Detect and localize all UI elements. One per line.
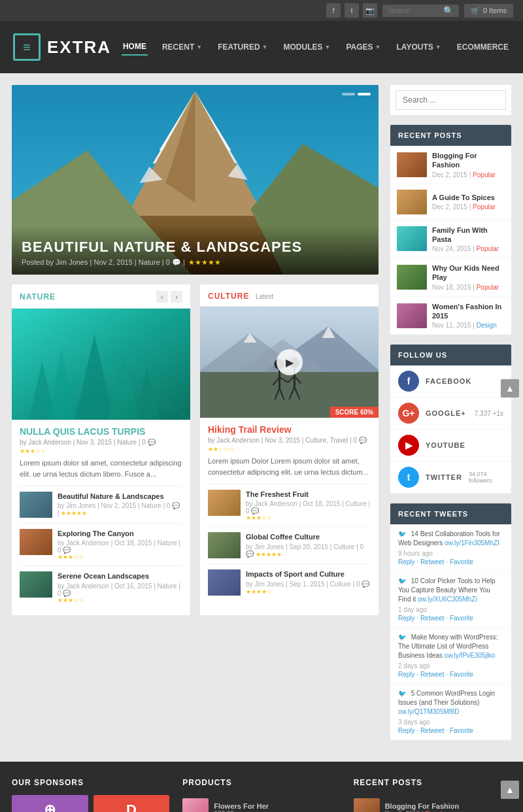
nature-prev-arrow[interactable]: ‹ [156, 291, 168, 303]
follow-twitter[interactable]: t TWITTER 34,074 followers [390, 462, 511, 494]
footer-columns: Our Sponsors ⊕ EMAIL OPT-INFOR WORDPRESS… [12, 778, 511, 812]
tweet-link-4[interactable]: ow.ly/Q1TM305Mf8D [398, 708, 459, 715]
nav-pages[interactable]: PAGES ▼ [345, 39, 382, 55]
sponsor-page-builder[interactable]: D WORDPRESSPAGE BUILDER [93, 795, 170, 812]
sponsor-email-optin[interactable]: ⊕ EMAIL OPT-INFOR WORDPRESS [12, 795, 88, 812]
twitter-icon[interactable]: t [345, 3, 359, 18]
logo[interactable]: ≡ EXTRA [13, 33, 111, 61]
nature-mini-title-2[interactable]: Exploring The Canyon [58, 529, 182, 538]
culture-mini-3: Impacts of Sport and Culture by Jim Jone… [208, 564, 371, 601]
follow-google[interactable]: G+ GOOGLE+ 7,337 +1s [390, 398, 511, 430]
nav-modules[interactable]: MODULES ▼ [282, 39, 332, 55]
footer-recent-1: Blogging For Fashion Dec 2, 2015 | Popul… [354, 795, 511, 812]
tweet-4: 🐦 5 Common WordPress Login Issues (and T… [390, 684, 511, 740]
facebook-label: FACEBOOK [426, 377, 471, 385]
scroll-top-bottom[interactable]: ▲ [501, 781, 519, 799]
sidebar: Recent Posts Blogging For Fashion Dec 2,… [390, 85, 511, 750]
recent-title-1[interactable]: Blogging For Fashion [432, 151, 505, 170]
footer-recent-post-title-1[interactable]: Blogging For Fashion [385, 802, 511, 810]
score-badge: SCORE 60% [330, 407, 379, 418]
nav-layouts[interactable]: LAYOUTS ▼ [396, 39, 443, 55]
scroll-top-mid[interactable]: ▲ [501, 379, 519, 398]
recent-post-1: Blogging For Fashion Dec 2, 2015 | Popul… [390, 146, 511, 184]
facebook-follow-icon: f [398, 371, 419, 392]
nature-column: NATURE ‹ › [12, 284, 190, 615]
nature-mini-info-3: Serene Ocean Landscapes by Jack Anderson… [58, 571, 182, 603]
nature-section-title: NATURE [20, 292, 56, 301]
main-column: Beautiful Nature & Landscapes Posted by … [12, 85, 379, 750]
recent-info-1: Blogging For Fashion Dec 2, 2015 | Popul… [432, 151, 505, 178]
follow-us-header: Follow Us [390, 345, 511, 365]
culture-mini-info-3: Impacts of Sport and Culture by Jim Jone… [246, 569, 371, 594]
hero-dot-2[interactable] [358, 93, 371, 95]
content-wrap: Beautiful Nature & Landscapes Posted by … [0, 73, 523, 750]
tweet-actions-1[interactable]: Reply · Retweet · Favorite [398, 558, 503, 566]
nature-mini-title-1[interactable]: Beautiful Nature & Landscapes [58, 492, 182, 501]
tweet-actions-3[interactable]: Reply · Retweet · Favorite [398, 671, 503, 678]
hero-dot-1[interactable] [342, 93, 355, 95]
tweet-text-3: 🐦 Make Money with WordPress: The Ultimat… [398, 633, 503, 660]
nav-ecommerce[interactable]: ECOMMERCE [456, 39, 510, 55]
sidebar-search[interactable] [390, 85, 511, 115]
product-thumb-1 [182, 798, 209, 812]
footer-recent-list: Blogging For Fashion Dec 2, 2015 | Popul… [354, 795, 511, 812]
top-search-input[interactable] [388, 7, 440, 14]
nav-home[interactable]: HOME [122, 39, 148, 56]
culture-subtitle: Latest [256, 293, 273, 300]
product-1: Flowers For Her £26.00 [182, 795, 340, 812]
cart-button[interactable]: 🛒 0 Items [464, 4, 513, 18]
recent-post-3: Family Fun With Pasta Nov 24, 2015 | Pop… [390, 220, 511, 259]
culture-mini-thumb-1 [208, 490, 241, 516]
sidebar-search-input[interactable] [396, 90, 506, 110]
culture-main-thumb[interactable]: ▶ SCORE 60% [200, 307, 379, 418]
tweet-link-2[interactable]: ow.ly/XU6C305MhZi [418, 596, 477, 603]
product-title-1[interactable]: Flowers For Her [214, 802, 340, 810]
hero-nav [342, 93, 371, 95]
follow-youtube[interactable]: ▶ YOUTUBE [390, 430, 511, 462]
nature-mini-title-3[interactable]: Serene Ocean Landscapes [58, 571, 182, 581]
culture-mini-title-3[interactable]: Impacts of Sport and Culture [246, 569, 371, 579]
recent-info-2: A Guide To Spices Dec 2, 2015 | Popular [432, 193, 505, 211]
tweet-actions-4[interactable]: Reply · Retweet · Favorite [398, 727, 503, 734]
nav-featured[interactable]: FEATURED ▼ [216, 39, 269, 55]
nature-next-arrow[interactable]: › [171, 291, 182, 303]
hero-title[interactable]: Beautiful Nature & Landscapes [22, 239, 369, 256]
culture-section-header: CULTURE Latest [200, 284, 379, 307]
tweet-icon-4: 🐦 [398, 690, 406, 697]
culture-mini-title-2[interactable]: Global Coffee Culture [246, 532, 371, 541]
culture-section-title: CULTURE [208, 292, 249, 301]
nature-mini-1: Beautiful Nature & Landscapes by Jim Jon… [20, 486, 182, 523]
nature-main-excerpt: Lorem ipsum dolor sit amet, consectetur … [20, 458, 182, 479]
nature-main-title[interactable]: Nulla Quis Lacus Turpis [20, 426, 182, 437]
nature-mini-info-1: Beautiful Nature & Landscapes by Jim Jon… [58, 492, 182, 516]
twitter-label: TWITTER [426, 473, 462, 481]
recent-title-4[interactable]: Why Our Kids Need Play [432, 263, 505, 282]
logo-text: EXTRA [47, 37, 111, 58]
nav-recent[interactable]: RECENT ▼ [161, 39, 203, 55]
recent-info-3: Family Fun With Pasta Nov 24, 2015 | Pop… [432, 226, 505, 253]
instagram-icon[interactable]: 📷 [363, 3, 377, 18]
nature-main-thumb[interactable] [12, 309, 190, 420]
tweet-actions-2[interactable]: Reply · Retweet · Favorite [398, 615, 503, 622]
recent-title-3[interactable]: Family Fun With Pasta [432, 226, 505, 245]
recent-title-5[interactable]: Women's Fashion In 2015 [432, 302, 505, 321]
facebook-icon[interactable]: f [326, 3, 341, 18]
culture-mini-title-1[interactable]: The Freshest Fruit [246, 490, 371, 499]
top-search-bar[interactable]: 🔍 [382, 5, 459, 17]
hero-section: Beautiful Nature & Landscapes Posted by … [12, 85, 379, 275]
culture-column: CULTURE Latest [200, 284, 379, 615]
recent-title-2[interactable]: A Guide To Spices [432, 193, 505, 202]
culture-mini-meta-2: by Jim Jones | Sep 20, 2015 | Culture | … [246, 543, 371, 558]
nature-mini-3: Serene Ocean Landscapes by Jack Anderson… [20, 566, 182, 608]
culture-main-title[interactable]: Hiking Trail Review [208, 424, 371, 435]
footer: Our Sponsors ⊕ EMAIL OPT-INFOR WORDPRESS… [0, 762, 523, 812]
tweet-link-3[interactable]: ow.ly/fPvE305jlko [445, 652, 496, 659]
hero-overlay: Beautiful Nature & Landscapes Posted by … [12, 226, 379, 275]
recent-meta-3: Nov 24, 2015 | Popular [432, 245, 505, 252]
main-nav: HOME RECENT ▼ FEATURED ▼ MODULES ▼ PAGES… [122, 39, 510, 56]
follow-facebook[interactable]: f FACEBOOK [390, 365, 511, 398]
tweet-link-1[interactable]: ow.ly/1Fin305MhZI [445, 539, 499, 547]
recent-tweets-header: Recent Tweets [390, 503, 511, 524]
play-button[interactable]: ▶ [277, 349, 303, 375]
cart-label: 0 Items [483, 7, 507, 14]
